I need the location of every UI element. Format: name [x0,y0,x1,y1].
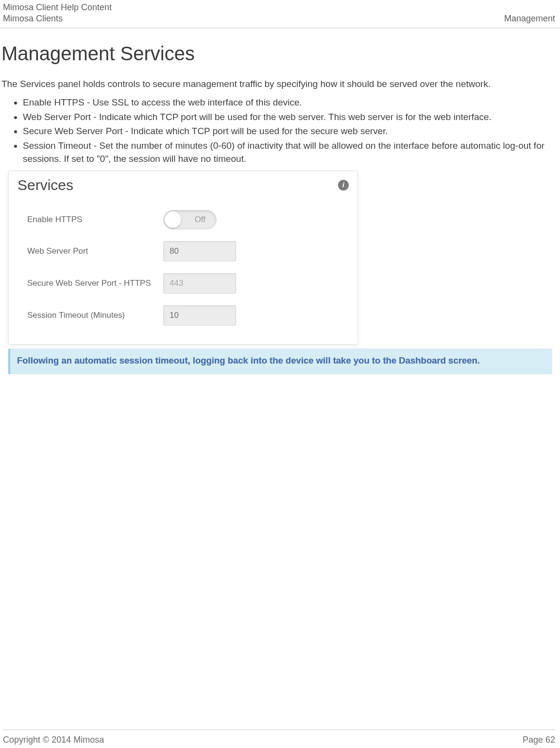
toggle-knob [165,211,181,228]
list-item: Secure Web Server Port - Indicate which … [23,124,557,138]
panel-title: Services [17,177,73,193]
web-port-input[interactable] [163,241,236,261]
list-item: Web Server Port - Indicate which TCP por… [23,110,557,124]
feature-list: Enable HTTPS - Use SSL to access the web… [1,96,557,166]
info-icon[interactable]: i [338,180,349,191]
note-box: Following an automatic session timeout, … [8,348,552,374]
header-left: Mimosa Client Help Content Mimosa Client… [3,2,112,24]
page-title: Management Services [1,43,557,65]
header-line1: Mimosa Client Help Content [3,2,112,13]
secure-port-label: Secure Web Server Port - HTTPS [27,278,163,288]
toggle-state-label: Off [195,215,205,225]
header-right: Management [504,14,555,24]
panel-header: Services i [17,177,349,193]
page-header: Mimosa Client Help Content Mimosa Client… [0,0,560,28]
list-item: Enable HTTPS - Use SSL to access the web… [23,96,557,109]
page-footer: Copyright © 2014 Mimosa Page 62 [3,730,555,745]
intro-paragraph: The Services panel holds controls to sec… [1,75,557,93]
timeout-label: Session Timeout (Minutes) [27,311,163,320]
list-item: Session Timeout - Set the number of minu… [23,139,557,166]
web-port-label: Web Server Port [27,246,163,256]
services-panel: Services i Enable HTTPS Off Web Server P… [8,171,358,345]
row-session-timeout: Session Timeout (Minutes) [17,299,349,331]
secure-port-input [163,273,236,294]
row-web-server-port: Web Server Port [17,235,349,267]
header-line2: Mimosa Clients [3,13,112,24]
row-secure-web-server-port: Secure Web Server Port - HTTPS [17,267,349,299]
enable-https-toggle[interactable]: Off [163,210,217,229]
timeout-input[interactable] [163,305,236,326]
content-body: Management Services The Services panel h… [0,28,560,374]
enable-https-label: Enable HTTPS [27,215,163,225]
footer-page-number: Page 62 [523,735,555,745]
row-enable-https: Enable HTTPS Off [17,204,349,235]
footer-copyright: Copyright © 2014 Mimosa [3,735,104,745]
